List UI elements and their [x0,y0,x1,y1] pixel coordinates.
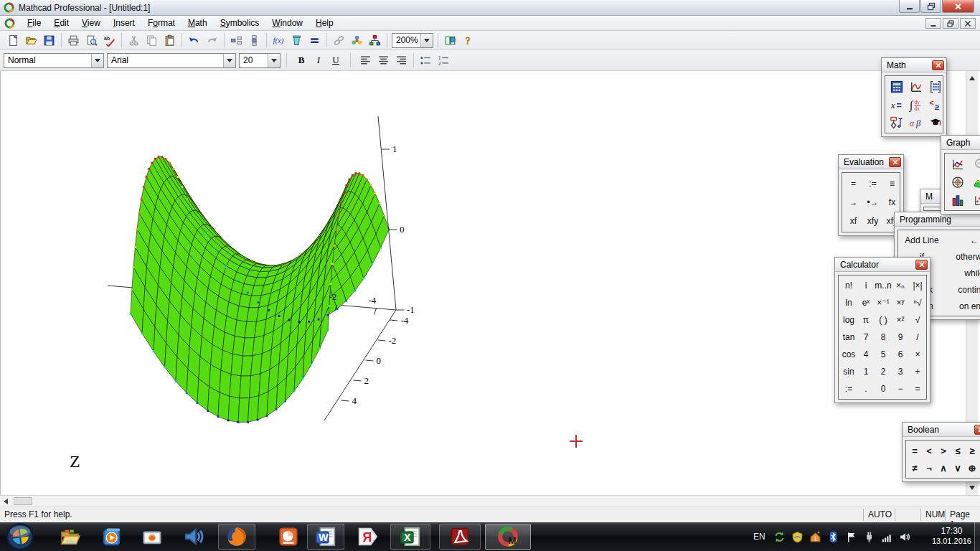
menu-format[interactable]: Format [141,17,182,30]
taskbar-clock[interactable]: 17:30 13.01.2016 [932,526,971,546]
tray-volume-icon[interactable] [899,531,911,543]
calc-key-r0c3[interactable]: ×ₙ [892,277,909,294]
palette-titlebar[interactable]: Graph [941,136,980,150]
calc-key-r3c0[interactable]: tan [840,329,857,346]
align-right-button[interactable] [392,52,410,69]
palette-titlebar[interactable]: Boolean [903,423,980,437]
bool-op-r0c4[interactable]: ≥ [965,442,979,459]
align-center-button[interactable] [374,52,392,69]
tray-antivirus-icon[interactable] [791,531,804,543]
calc-key-r4c2[interactable]: 5 [875,346,892,363]
tray-power-plug-icon[interactable] [863,531,875,543]
tray-network-signal-icon[interactable] [881,531,893,543]
align-down-button[interactable] [245,32,263,49]
tray-sync-icon[interactable] [773,531,786,543]
bold-button[interactable]: B [293,52,310,68]
redo-button[interactable] [203,32,221,49]
horizontal-scroll-thumb[interactable] [14,497,32,505]
show-desktop-button[interactable] [974,522,980,551]
evaluation-op-7[interactable]: xfy [863,212,882,230]
menu-edit[interactable]: Edit [47,17,75,30]
numbered-list-button[interactable]: 12 [435,52,453,69]
calc-key-r3c2[interactable]: 8 [875,329,892,346]
open-folder-button[interactable] [22,32,40,49]
menu-insert[interactable]: Insert [107,17,141,30]
graph-palette-button[interactable] [906,77,925,95]
calc-key-r4c3[interactable]: 6 [892,346,909,363]
calc-key-r5c1[interactable]: 1 [857,363,875,380]
resource-center-button[interactable] [441,32,459,49]
close-button[interactable] [942,0,974,13]
scroll-down-icon[interactable] [969,486,975,490]
evaluation-op-4[interactable]: •→ [863,193,882,212]
calc-key-r4c0[interactable]: cos [840,346,857,363]
calc-key-r1c1[interactable]: eˣ [857,294,875,311]
horizontal-scrollbar[interactable] [0,495,980,507]
programming-on-error[interactable]: on error [944,298,980,314]
calc-key-r3c3[interactable]: 9 [892,329,909,346]
menu-symbolics[interactable]: Symbolics [214,17,266,30]
taskbar-word-button[interactable]: W [307,524,344,550]
bar3d-plot-button[interactable] [946,191,969,209]
surface-plot-region[interactable]: 10-1-2-4-4-2024 [0,72,459,459]
calculus-palette-button[interactable]: ∫dydx [906,95,925,113]
align-across-button[interactable] [227,32,245,49]
scroll-left-icon[interactable] [4,499,8,504]
evaluation-op-3[interactable]: → [844,193,863,212]
zoom-combo-arrow[interactable] [420,34,433,47]
matrix-palette-button[interactable] [925,77,945,95]
calc-key-r0c4[interactable]: |×| [909,277,926,294]
calc-key-r1c4[interactable]: ⁿ√ [909,294,926,311]
calc-key-r3c1[interactable]: 7 [857,329,875,346]
evaluation-palette-button[interactable]: x= [887,95,906,113]
font-combo-arrow[interactable] [223,54,235,67]
language-indicator[interactable]: EN [753,532,765,542]
calc-key-r6c0[interactable]: := [840,380,857,397]
calc-key-r6c1[interactable]: . [857,380,875,397]
greek-palette-button[interactable]: αβ [906,113,925,131]
calc-key-r6c4[interactable]: = [909,380,926,397]
document-restore-button[interactable] [943,18,958,29]
calc-key-r0c1[interactable]: i [857,277,875,294]
calculator-palette-button[interactable] [887,77,906,95]
help-button[interactable]: ? [459,32,477,49]
org-chart-button[interactable] [366,32,384,49]
print-preview-button[interactable] [83,32,100,49]
taskbar-media-player-button[interactable] [99,524,125,550]
programming-palette-button[interactable] [887,113,906,131]
worksheet-text-region[interactable]: Z [70,452,80,471]
style-combo-arrow[interactable] [91,54,103,67]
font-size-combo-arrow[interactable] [268,54,280,67]
taskbar-powerpoint-button[interactable] [275,524,301,550]
taskbar-photo-viewer-button[interactable] [139,524,165,550]
font-size-combo[interactable]: 20 [239,53,281,68]
evaluation-op-2[interactable]: ≡ [882,174,902,193]
calc-key-r5c2[interactable]: 2 [875,363,892,380]
palette-close-button[interactable] [889,157,901,167]
programming-while[interactable]: while [944,265,980,281]
calc-key-r3c4[interactable]: / [909,329,926,346]
calc-key-r6c2[interactable]: 0 [875,380,892,397]
palette-close-button[interactable] [932,60,944,70]
paste-button[interactable] [161,32,179,49]
save-button[interactable] [40,32,58,49]
menu-file[interactable]: File [21,17,47,30]
bool-op-r1c1[interactable]: ¬ [922,459,936,476]
hyperlink-button[interactable] [330,32,348,49]
zoom-level-combo[interactable]: 200% [392,33,433,48]
minimize-button[interactable] [899,0,920,13]
tray-action-center-flag-icon[interactable] [845,531,857,543]
scroll-up-icon[interactable] [969,76,975,80]
programming-continue[interactable]: continue [944,281,980,298]
zoom-plot-button[interactable] [969,155,980,173]
palette-titlebar[interactable]: Calculator [835,258,930,272]
evaluation-op-0[interactable]: = [844,174,863,193]
document-close-button[interactable] [960,18,976,29]
cut-button[interactable] [125,32,143,49]
italic-button[interactable]: I [310,52,327,68]
menu-view[interactable]: View [75,17,107,30]
calc-key-r2c2[interactable]: ( ) [875,311,892,329]
bool-op-r1c3[interactable]: ∨ [951,459,965,476]
taskbar-firefox-button[interactable] [218,524,255,550]
taskbar-volume-mixer-button[interactable] [181,524,207,550]
